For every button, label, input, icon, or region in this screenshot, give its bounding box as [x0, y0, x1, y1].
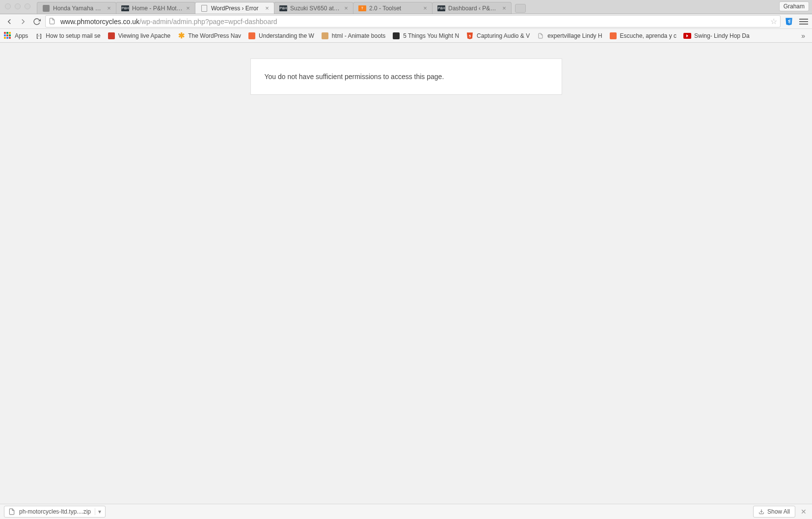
tab-title: Suzuki SV650 at P&H Moto — [290, 5, 341, 12]
traffic-light-zoom[interactable] — [25, 3, 30, 9]
tab-close-icon[interactable]: × — [106, 5, 112, 11]
address-bar[interactable]: www.phmotorcycles.co.uk/wp-admin/admin.p… — [45, 15, 781, 27]
bookmark-label: Escuche, aprenda y c — [620, 32, 677, 39]
bookmark-item[interactable]: html - Animate boots — [321, 32, 385, 40]
download-file-icon — [8, 508, 15, 515]
bookmark-favicon — [321, 32, 329, 40]
tab-title: 2.0 - Toolset — [369, 5, 420, 12]
bookmark-item[interactable]: Understanding the W — [248, 32, 314, 40]
traffic-light-minimize[interactable] — [15, 3, 21, 9]
back-button[interactable] — [4, 16, 15, 27]
close-downloads-bar-button[interactable]: ✕ — [799, 508, 808, 516]
svg-text:5: 5 — [788, 19, 790, 24]
bookmarks-bar: Apps[·]How to setup mail seViewing live … — [0, 29, 812, 43]
browser-tab[interactable]: P&HDashboard ‹ P&H Motorcyc× — [432, 2, 512, 14]
bookmark-item[interactable]: Swing- Lindy Hop Da — [683, 32, 750, 40]
html5-icon: 5 — [466, 32, 474, 40]
chrome-menu-button[interactable] — [799, 19, 808, 25]
favicon-site-icon — [42, 4, 50, 12]
bookmark-favicon — [609, 32, 617, 40]
browser-tab-strip: Honda Yamaha Suzuki Kaw×P&HHome - P&H Mo… — [0, 0, 812, 14]
download-icon — [758, 509, 764, 515]
bookmarks-overflow-button[interactable]: » — [798, 32, 808, 40]
bookmark-label: The WordPress Nav — [188, 32, 241, 39]
bookmark-item[interactable]: 5 Things You Might N — [392, 32, 459, 40]
browser-tab[interactable]: WordPress › Error× — [195, 2, 274, 14]
favicon-site-icon: P&H — [121, 4, 129, 12]
bookmark-label: html - Animate boots — [332, 32, 385, 39]
new-tab-button[interactable] — [515, 4, 526, 13]
bookmark-label: Viewing live Apache — [118, 32, 171, 39]
bookmark-item[interactable]: expertvillage Lindy H — [537, 32, 602, 40]
browser-tab[interactable]: P&HSuzuki SV650 at P&H Moto× — [274, 2, 353, 14]
downloads-bar: ph-motorcycles-ltd.typ....zip ▾ Show All… — [0, 504, 812, 519]
show-all-downloads-button[interactable]: Show All — [753, 506, 795, 518]
bookmark-star-icon[interactable]: ☆ — [770, 17, 777, 26]
traffic-light-close[interactable] — [5, 3, 11, 9]
bookmark-label: Understanding the W — [259, 32, 314, 39]
bookmark-item[interactable]: Viewing live Apache — [108, 32, 171, 40]
browser-tab[interactable]: P&HHome - P&H Motorcycles L× — [116, 2, 195, 14]
browser-toolbar: www.phmotorcycles.co.uk/wp-admin/admin.p… — [0, 14, 812, 29]
bookmark-item[interactable]: [·]How to setup mail se — [35, 32, 100, 40]
profile-button[interactable]: Graham — [779, 1, 809, 11]
bookmark-favicon: [·] — [35, 32, 43, 40]
bookmark-label: How to setup mail se — [46, 32, 100, 39]
tab-close-icon[interactable]: × — [264, 5, 270, 11]
wordpress-error-box: You do not have sufficient permissions t… — [250, 58, 562, 95]
bookmark-item[interactable]: Apps — [4, 32, 28, 40]
bookmark-favicon: ✱ — [177, 32, 185, 40]
error-message-text: You do not have sufficient permissions t… — [265, 73, 444, 81]
download-item[interactable]: ph-motorcycles-ltd.typ....zip ▾ — [4, 506, 106, 518]
bookmark-item[interactable]: ✱The WordPress Nav — [177, 32, 241, 40]
bookmark-label: expertvillage Lindy H — [547, 32, 602, 39]
tab-title: Home - P&H Motorcycles L — [132, 5, 183, 12]
browser-tab[interactable]: T2.0 - Toolset× — [353, 2, 433, 14]
tab-title: Honda Yamaha Suzuki Kaw — [53, 5, 104, 12]
bookmark-label: Apps — [15, 32, 28, 39]
youtube-icon — [683, 32, 691, 40]
bookmark-label: Capturing Audio & V — [477, 32, 530, 39]
bookmark-label: Swing- Lindy Hop Da — [694, 32, 750, 39]
site-info-icon[interactable] — [49, 18, 56, 26]
file-icon — [537, 32, 544, 40]
tab-close-icon[interactable]: × — [185, 5, 191, 11]
bookmark-item[interactable]: 5Capturing Audio & V — [466, 32, 530, 40]
browser-tab[interactable]: Honda Yamaha Suzuki Kaw× — [37, 2, 116, 14]
page-content: You do not have sufficient permissions t… — [0, 43, 812, 504]
tab-title: WordPress › Error — [211, 5, 262, 12]
tab-close-icon[interactable]: × — [501, 5, 507, 11]
favicon-site-icon: P&H — [279, 4, 287, 12]
show-all-label: Show All — [767, 508, 790, 515]
favicon-file-icon — [200, 4, 208, 12]
download-menu-caret-icon[interactable]: ▾ — [95, 508, 101, 515]
html5-extension-icon[interactable]: 5 — [784, 16, 794, 27]
tab-close-icon[interactable]: × — [422, 5, 428, 11]
tab-title: Dashboard ‹ P&H Motorcyc — [448, 5, 499, 12]
bookmark-item[interactable]: Escuche, aprenda y c — [609, 32, 677, 40]
favicon-toolset-icon: T — [358, 4, 366, 12]
apps-grid-icon — [4, 32, 12, 40]
favicon-site-icon: P&H — [437, 4, 445, 12]
bookmark-favicon — [108, 32, 115, 40]
window-controls — [5, 3, 30, 9]
bookmark-favicon — [248, 32, 256, 40]
url-path: /wp-admin/admin.php?page=wpcf-dashboard — [139, 18, 277, 26]
forward-button[interactable] — [18, 16, 28, 27]
bookmark-favicon — [392, 32, 400, 40]
download-filename: ph-motorcycles-ltd.typ....zip — [19, 508, 91, 515]
tab-close-icon[interactable]: × — [343, 5, 349, 11]
bookmark-label: 5 Things You Might N — [403, 32, 459, 39]
svg-text:5: 5 — [469, 33, 471, 38]
reload-button[interactable] — [31, 16, 42, 27]
url-host: www.phmotorcycles.co.uk — [60, 18, 139, 26]
